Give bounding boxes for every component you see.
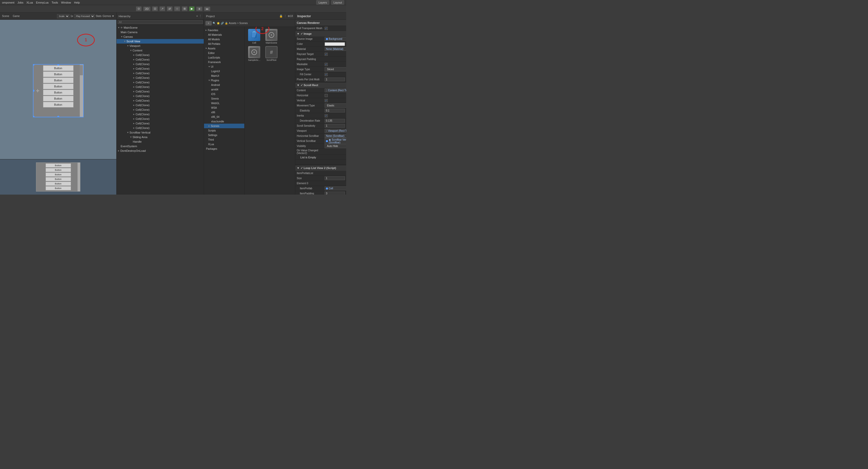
tree-arm64[interactable]: arm64 — [204, 87, 244, 92]
hierarchy-item[interactable]: ▼Sliding Area — [117, 135, 204, 139]
fill-center-checkbox[interactable] — [324, 73, 328, 76]
handle-bl[interactable] — [33, 116, 34, 117]
hierarchy-item-dontdestroy[interactable]: ►DontDestroyOnLoad — [117, 149, 204, 153]
asset-samplesc[interactable]: SampleSc... — [247, 46, 262, 61]
tree-xlua[interactable]: XLua — [204, 142, 244, 147]
tree-x86[interactable]: x86 — [204, 110, 244, 115]
hierarchy-item[interactable]: ►Cell(Clone) — [117, 107, 204, 112]
game-scrollbar[interactable] — [78, 163, 80, 191]
tree-ui[interactable]: ▼ UI — [204, 64, 244, 69]
tree-wsa[interactable]: WSA — [204, 105, 244, 110]
tree-assets[interactable]: ▼ Assets — [204, 46, 244, 51]
menu-component[interactable]: omponent — [2, 1, 14, 4]
tool-btn-4[interactable]: ⇄ — [167, 6, 173, 11]
hierarchy-item[interactable]: ►Cell(Clone) — [117, 71, 204, 75]
raycast-target-checkbox[interactable] — [324, 53, 328, 56]
tree-xlua-bundle[interactable]: xlua.bundle — [204, 119, 244, 124]
play-button[interactable]: ▶ — [189, 6, 195, 11]
tool-btn-1[interactable]: ⊙ — [136, 6, 142, 11]
tree-fav-materials[interactable]: All Materials — [204, 32, 244, 37]
tree-editor[interactable]: Editor — [204, 51, 244, 55]
hierarchy-item[interactable]: ►Cell(Clone) — [117, 112, 204, 117]
hierarchy-item[interactable]: ►Cell(Clone) — [117, 75, 204, 80]
menu-tools[interactable]: Tools — [52, 1, 58, 4]
cull-checkbox[interactable] — [324, 27, 328, 30]
tree-framework[interactable]: Framework — [204, 60, 244, 64]
tree-android[interactable]: Android — [204, 83, 244, 87]
material-value[interactable]: None (Material) — [324, 47, 346, 51]
hierarchy-item[interactable]: ►Cell(Clone) — [117, 89, 204, 94]
game-tab[interactable]: Game — [13, 15, 20, 18]
deceleration-input[interactable] — [324, 119, 345, 123]
tree-favorites[interactable]: ► Favorites — [204, 28, 244, 32]
menu-window[interactable]: Window — [61, 1, 71, 4]
source-image-value[interactable]: Background — [324, 37, 346, 41]
hierarchy-item[interactable]: ►Cell(Clone) — [117, 121, 204, 126]
2d-toggle[interactable]: 2D — [143, 7, 150, 11]
scale-select[interactable]: Scale — [57, 14, 69, 18]
tree-luascripts[interactable]: LuaScripts — [204, 55, 244, 60]
v-scrollbar-value[interactable]: ◉ Scrollbar Vertical (Scrollbar) — [324, 138, 346, 145]
handle-ml[interactable] — [33, 90, 34, 92]
asset-mainscene[interactable]: MainScene — [264, 29, 279, 44]
scroll-sensitivity-input[interactable] — [324, 124, 345, 128]
hierarchy-item-scrollbar[interactable]: ▼Scrollbar Vertical — [117, 130, 204, 135]
scene-scrollbar[interactable] — [80, 65, 83, 117]
tree-loginui[interactable]: LoginUI — [204, 69, 244, 73]
tree-plugins[interactable]: ▼ Plugins — [204, 78, 244, 83]
hierarchy-item-eventsystem[interactable]: EventSystem — [117, 144, 204, 149]
elasticity-input[interactable] — [324, 109, 345, 113]
image-header[interactable]: ▼ ✓ Image ? ↑ ⊞ — [295, 31, 346, 36]
handle-tl[interactable] — [33, 64, 34, 66]
maskable-checkbox[interactable] — [324, 63, 328, 66]
scene-tab[interactable]: Scene — [2, 15, 9, 18]
hierarchy-item[interactable]: ▼Content — [117, 48, 204, 53]
tree-settings[interactable]: Settings — [204, 133, 244, 137]
asset-scrolltest[interactable]: # ScrollTest — [264, 46, 279, 61]
menu-emmylua[interactable]: EmmyLua — [36, 1, 49, 4]
scroll-rect-header[interactable]: ▼ ✓ Scroll Rect ? ↑ ⊞ — [295, 82, 346, 88]
tree-scenes[interactable]: ► Scenes — [204, 124, 244, 128]
gizmos-btn[interactable]: Gizmos ▼ — [102, 15, 114, 18]
hierarchy-item[interactable]: ▼👁MainScene — [117, 25, 204, 30]
tree-sirenix[interactable]: Sirenix — [204, 96, 244, 101]
content-value[interactable]: :: Content (Rect Transform) — [324, 88, 346, 92]
hierarchy-item[interactable]: Handle — [117, 139, 204, 144]
hierarchy-item[interactable]: ►Cell(Clone) — [117, 62, 204, 66]
pause-button[interactable]: ⏸ — [196, 7, 203, 11]
tree-fav-prefabs[interactable]: All Prefabs — [204, 41, 244, 46]
handle-bm[interactable] — [57, 116, 59, 117]
hierarchy-item[interactable]: ►Cell(Clone) — [117, 57, 204, 62]
hierarchy-item[interactable]: ►Cell(Clone) — [117, 66, 204, 71]
image-type-select[interactable]: Sliced — [324, 67, 346, 71]
project-lock-btn[interactable]: 🔒 — [279, 14, 283, 18]
tree-packages[interactable]: Packages — [204, 147, 244, 151]
horizontal-checkbox[interactable] — [324, 94, 328, 97]
hierarchy-item-scrollview[interactable]: ▼Scroll View — [117, 39, 204, 43]
tree-fav-models[interactable]: All Models — [204, 37, 244, 41]
size-input[interactable] — [324, 176, 345, 180]
hierarchy-item[interactable]: ►Cell(Clone) — [117, 80, 204, 85]
tree-x86_64[interactable]: x86_64 — [204, 115, 244, 119]
item-prefab-value[interactable]: Cell — [324, 186, 346, 190]
tool-btn-3[interactable]: ↗ — [159, 6, 165, 11]
hierarchy-item[interactable]: ►Cell(Clone) — [117, 85, 204, 89]
hierarchy-item[interactable]: ►Cell(Clone) — [117, 53, 204, 57]
movement-type-select[interactable]: Elastic — [324, 103, 346, 108]
hierarchy-menu-btn[interactable]: ⋮ — [199, 14, 202, 18]
hierarchy-item[interactable]: ▼Canvas — [117, 34, 204, 39]
visibility-select[interactable]: Auto Hide — [324, 144, 346, 148]
ppu-input[interactable] — [324, 77, 345, 81]
hierarchy-search[interactable] — [118, 20, 203, 24]
tree-ios[interactable]: iOS — [204, 92, 244, 96]
scrollbar-handle[interactable] — [80, 65, 83, 75]
loop-list-header[interactable]: ▼ ✓ Loop List View 2 (Script) ? ↑ ⊞ 3 — [295, 165, 346, 171]
tree-third[interactable]: Third — [204, 137, 244, 142]
tool-btn-5[interactable]: ☆ — [174, 6, 180, 11]
menu-help[interactable]: Help — [74, 1, 80, 4]
hierarchy-add-btn[interactable]: + — [196, 14, 198, 18]
project-add-btn[interactable]: + — [206, 21, 212, 25]
tree-scripts[interactable]: Scripts — [204, 128, 244, 133]
stats-btn[interactable]: Stats — [96, 15, 102, 18]
hierarchy-item[interactable]: ►Cell(Clone) — [117, 126, 204, 130]
